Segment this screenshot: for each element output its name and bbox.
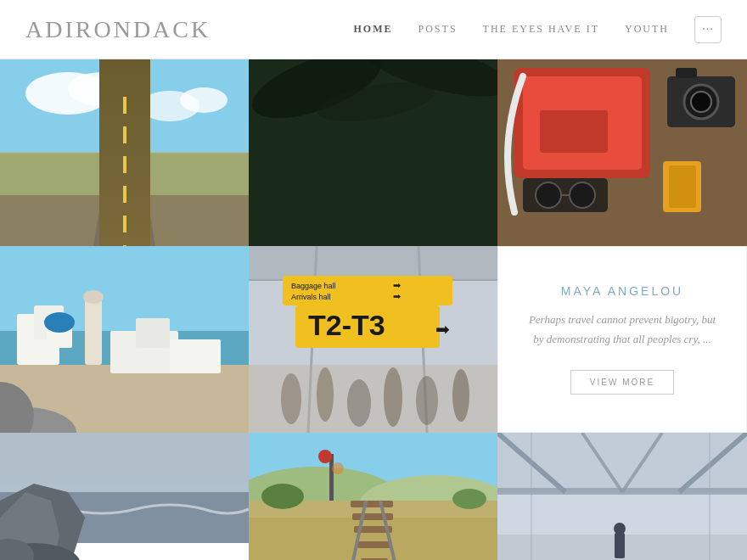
svg-point-21 — [570, 182, 595, 208]
railway-svg — [249, 433, 497, 560]
coast-svg — [0, 433, 249, 560]
svg-rect-28 — [669, 165, 696, 208]
svg-rect-44 — [249, 246, 497, 280]
nav-home[interactable]: HOME — [354, 23, 393, 36]
svg-point-4 — [180, 87, 227, 113]
svg-rect-18 — [540, 110, 608, 153]
coast-image — [0, 433, 249, 560]
svg-marker-8 — [121, 204, 127, 246]
panorama-bg-svg — [249, 59, 497, 246]
svg-rect-75 — [249, 518, 497, 560]
svg-point-35 — [44, 312, 75, 333]
svg-rect-79 — [357, 541, 391, 548]
svg-text:Arrivals hall: Arrivals hall — [291, 293, 331, 301]
santorini-image — [0, 246, 249, 433]
svg-point-87 — [452, 489, 486, 509]
santorini-svg — [0, 246, 249, 433]
svg-rect-6 — [0, 153, 249, 195]
nav-eyes[interactable]: THE EYES HAVE IT — [483, 23, 599, 36]
svg-rect-77 — [352, 513, 393, 520]
svg-point-86 — [261, 484, 304, 509]
svg-rect-70 — [0, 433, 249, 484]
road-scene-svg — [0, 59, 249, 246]
svg-rect-26 — [676, 68, 697, 78]
site-logo: ADIRONDACK — [25, 16, 211, 43]
gear-scene-svg — [497, 59, 747, 246]
quote-author: MAYA ANGELOU — [561, 284, 683, 298]
svg-text:➡: ➡ — [393, 280, 401, 290]
svg-point-2 — [68, 72, 136, 106]
quote-text: Perhaps travel cannot prevent bigotry, b… — [524, 311, 721, 348]
svg-point-25 — [691, 92, 711, 112]
road-image — [0, 59, 249, 246]
svg-rect-76 — [351, 501, 393, 507]
nav-more-button[interactable]: ··· — [694, 16, 722, 43]
nav-posts[interactable]: POSTS — [418, 23, 458, 36]
svg-text:➡: ➡ — [393, 291, 401, 301]
panorama-cell: PANORAMA VIEW MORE — [249, 59, 497, 246]
svg-rect-39 — [136, 318, 170, 348]
gear-image — [497, 59, 747, 246]
site-header: ADIRONDACK HOME POSTS THE EYES HAVE IT Y… — [0, 0, 747, 59]
quote-cell: MAYA ANGELOU Perhaps travel cannot preve… — [497, 246, 747, 433]
svg-point-20 — [536, 182, 561, 208]
main-nav: HOME POSTS THE EYES HAVE IT YOUTH ··· — [354, 16, 722, 43]
svg-text:➡: ➡ — [435, 320, 450, 339]
svg-point-85 — [332, 462, 344, 474]
svg-rect-40 — [170, 339, 221, 373]
railway-image — [249, 433, 497, 560]
svg-point-84 — [318, 450, 332, 463]
svg-marker-9 — [121, 174, 127, 191]
svg-point-37 — [83, 290, 104, 304]
svg-marker-7 — [93, 153, 155, 246]
svg-rect-63 — [249, 365, 497, 433]
quote-view-more-button[interactable]: VIEW MORE — [570, 370, 674, 395]
svg-text:Baggage hall: Baggage hall — [291, 282, 336, 290]
station-image — [497, 433, 747, 560]
content-grid: PANORAMA VIEW MORE — [0, 59, 747, 560]
airport-svg: T2-T3 ➡ Baggage hall ➡ Arrivals hall ➡ — [249, 246, 497, 433]
airport-image: T2-T3 ➡ Baggage hall ➡ Arrivals hall ➡ — [249, 246, 497, 433]
nav-youth[interactable]: YOUTH — [625, 23, 669, 36]
svg-rect-36 — [85, 297, 102, 365]
station-svg — [497, 433, 747, 560]
svg-text:T2-T3: T2-T3 — [308, 309, 385, 341]
